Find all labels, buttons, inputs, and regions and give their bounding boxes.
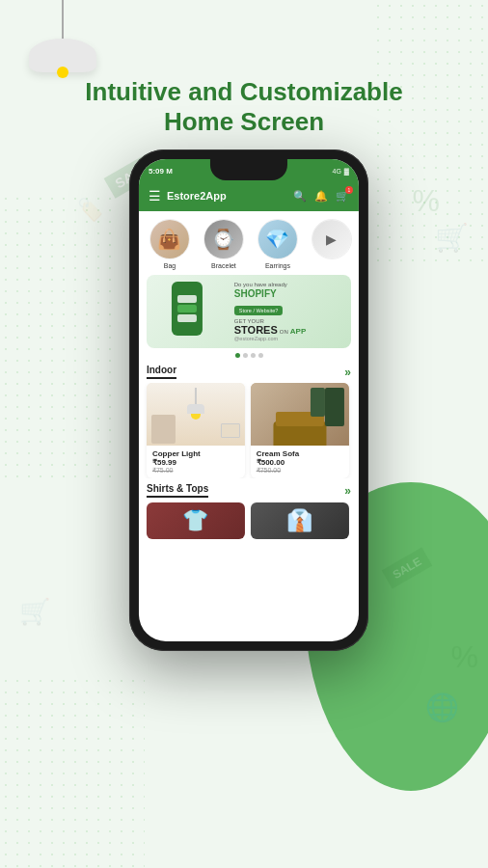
app-header: ☰ Estore2App 🔍 🔔 🛒 1 [139,180,359,211]
category-bracelet[interactable]: ⌚ Bracelet [201,219,247,269]
dot-3 [250,353,255,358]
indoor-section-header: Indoor » [139,361,359,383]
shirt-product-2[interactable]: 👔 [251,502,349,539]
banner-right: Do you have already SHOPIFY Store / Webs… [229,276,351,347]
category-bag[interactable]: 👜 Bag [147,219,193,269]
more-image: ▶ [312,220,351,258]
bg-percent-icon2: % [451,639,478,675]
shirt-product-1[interactable]: 👕 [147,502,245,539]
title-section: Intuitive and Customizable Home Screen [0,77,488,137]
product-grid: Copper Light ₹59.99 ₹75.00 [139,383,359,478]
category-circle-earrings: 💎 [258,219,298,259]
product-copper-light[interactable]: Copper Light ₹59.99 ₹75.00 [147,383,245,478]
copper-light-image [147,383,245,446]
category-label-bracelet: Bracelet [211,262,236,269]
dot-pattern-bottom-left [0,675,145,868]
bg-tag-icon: 🏷️ [77,198,103,223]
cream-sofa-price: ₹500.00 [257,458,343,467]
bg-shopping-icon: 🛒 [435,222,469,254]
product-cream-sofa[interactable]: Cream Sofa ₹500.00 ₹750.00 [251,383,349,478]
dot-pattern-left [0,193,116,482]
bg-percent-icon: % [413,183,440,219]
copper-light-info: Copper Light ₹59.99 ₹75.00 [147,446,245,478]
category-circle-bracelet: ⌚ [203,219,244,259]
cream-sofa-image [251,383,349,446]
status-time: 5:09 M [149,167,173,176]
shirts-section-title: Shirts & Tops [147,483,208,498]
app-name-label: Estore2App [167,190,227,202]
cart-badge: 1 [345,186,353,194]
bell-icon[interactable]: 🔔 [314,190,328,203]
banner-dots [139,350,359,361]
search-icon[interactable]: 🔍 [293,190,307,203]
category-circle-more: ▶ [312,219,352,259]
banner-shopify-text: SHOPIFY [234,288,345,299]
lamp-shade [29,39,96,72]
category-earrings[interactable]: 💎 Earrings [255,219,301,269]
dot-4 [258,353,262,358]
bag-image: 👜 [150,220,189,258]
copper-light-original: ₹75.00 [152,467,239,475]
phone-screen: 5:09 M 4G ▓ ☰ Estore2App 🔍 🔔 🛒 1 [139,159,359,641]
shirt1-emoji: 👕 [182,508,208,533]
lamp-wire [62,0,64,39]
indoor-section-title: Indoor [147,365,176,379]
banner-on-text: ON [280,329,288,335]
cream-sofa-name: Cream Sofa [257,449,343,458]
page-title: Intuitive and Customizable Home Screen [19,77,469,137]
shirts-section-header: Shirts & Tops » [139,478,359,501]
indoor-section-arrow[interactable]: » [344,366,351,379]
cart-icon[interactable]: 🛒 1 [336,190,349,203]
cream-sofa-original: ₹750.00 [257,467,343,475]
shirt2-emoji: 👔 [286,508,312,533]
category-label-more [331,262,333,269]
banner-stores-text: STORES [234,324,278,336]
copper-light-name: Copper Light [152,449,239,458]
bg-globe-icon: 🌐 [425,692,459,723]
lamp-decoration [29,0,96,72]
category-label-bag: Bag [164,262,176,269]
phone-frame: 5:09 M 4G ▓ ☰ Estore2App 🔍 🔔 🛒 1 [129,149,368,651]
header-right: 🔍 🔔 🛒 1 [293,190,349,203]
bottom-products-row: 👕 👔 [139,501,359,541]
categories-row: 👜 Bag ⌚ Bracelet 💎 Earrings [139,211,359,273]
earrings-image: 💎 [258,220,297,258]
shirts-section-arrow[interactable]: » [344,484,351,498]
banner-app-text: APP [290,327,306,336]
banner-question: Do you have already [234,282,345,287]
battery-icon: ▓ [344,168,349,175]
banner-phone-illustration [163,282,211,341]
category-more[interactable]: ▶ [309,219,355,269]
banner-store-btn[interactable]: Store / Website? [234,306,284,315]
bg-sale-tag2: SALE [382,547,433,588]
phone-wrapper: 5:09 M 4G ▓ ☰ Estore2App 🔍 🔔 🛒 1 [129,149,368,651]
bracelet-image: ⌚ [204,220,243,258]
copper-light-price: ₹59.99 [152,458,239,467]
menu-icon[interactable]: ☰ [149,188,161,203]
dot-2 [242,353,247,358]
dot-1 [234,353,239,358]
phone-notch [210,159,287,180]
banner[interactable]: Do you have already SHOPIFY Store / Webs… [147,275,351,348]
banner-left [147,276,229,347]
signal-icon: 4G [333,168,341,175]
banner-url: @estoreZapp.com [234,336,345,341]
category-label-earrings: Earrings [265,262,290,269]
header-left: ☰ Estore2App [149,188,227,203]
bg-cart-icon2: 🛒 [19,597,50,627]
status-icons: 4G ▓ [333,168,349,175]
cream-sofa-info: Cream Sofa ₹500.00 ₹750.00 [251,446,349,478]
category-circle-bag: 👜 [149,219,190,259]
